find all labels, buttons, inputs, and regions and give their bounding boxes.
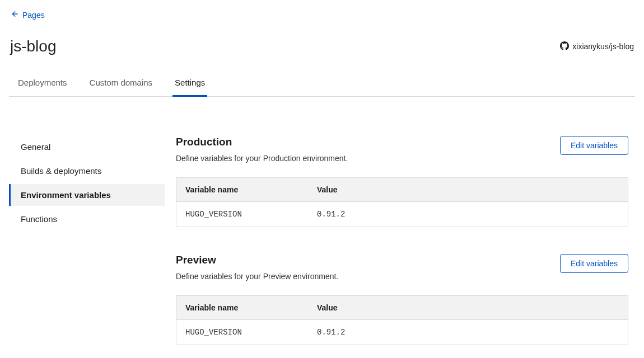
main-content: Production Define variables for your Pro… <box>176 136 635 358</box>
sidebar-item-environment-variables[interactable]: Environment variables <box>9 184 165 206</box>
preview-section: Preview Define variables for your Previe… <box>176 254 628 345</box>
preview-description: Define variables for your Preview enviro… <box>176 272 338 281</box>
repo-label: xixianykus/js-blog <box>572 42 634 51</box>
sidebar-item-functions[interactable]: Functions <box>9 208 165 230</box>
production-title: Production <box>176 136 348 148</box>
edit-variables-button[interactable]: Edit variables <box>560 136 628 155</box>
table-row: HUGO_VERSION 0.91.2 <box>176 320 628 345</box>
preview-variables-table: Variable name Value HUGO_VERSION 0.91.2 <box>176 295 628 345</box>
production-description: Define variables for your Production env… <box>176 154 348 163</box>
column-header-value: Value <box>308 178 628 201</box>
preview-title: Preview <box>176 254 338 266</box>
production-variables-table: Variable name Value HUGO_VERSION 0.91.2 <box>176 177 628 227</box>
back-link-label: Pages <box>22 11 45 20</box>
github-icon <box>560 41 569 52</box>
variable-value: 0.91.2 <box>308 202 628 227</box>
sidebar-item-label: Environment variables <box>21 190 111 200</box>
table-row: HUGO_VERSION 0.91.2 <box>176 202 628 227</box>
tab-settings[interactable]: Settings <box>172 78 207 97</box>
sidebar-item-label: Builds & deployments <box>21 166 101 176</box>
sidebar-item-builds-deployments[interactable]: Builds & deployments <box>9 160 165 182</box>
arrow-left-icon <box>10 10 18 20</box>
settings-sidebar: General Builds & deployments Environment… <box>9 136 165 358</box>
column-header-name: Variable name <box>176 178 308 201</box>
variable-value: 0.91.2 <box>308 320 628 345</box>
tab-custom-domains[interactable]: Custom domains <box>87 78 155 97</box>
variable-name: HUGO_VERSION <box>176 320 308 345</box>
column-header-value: Value <box>308 296 628 319</box>
page-title: js-blog <box>10 37 56 55</box>
tab-deployments[interactable]: Deployments <box>16 78 69 97</box>
sidebar-item-general[interactable]: General <box>9 136 165 158</box>
production-section: Production Define variables for your Pro… <box>176 136 628 227</box>
edit-variables-button[interactable]: Edit variables <box>560 254 628 273</box>
sidebar-item-label: General <box>21 142 50 152</box>
column-header-name: Variable name <box>176 296 308 319</box>
variable-name: HUGO_VERSION <box>176 202 308 227</box>
repo-link[interactable]: xixianykus/js-blog <box>560 41 634 52</box>
tabs: Deployments Custom domains Settings <box>9 78 635 97</box>
back-link[interactable]: Pages <box>10 10 45 20</box>
sidebar-item-label: Functions <box>21 214 57 224</box>
